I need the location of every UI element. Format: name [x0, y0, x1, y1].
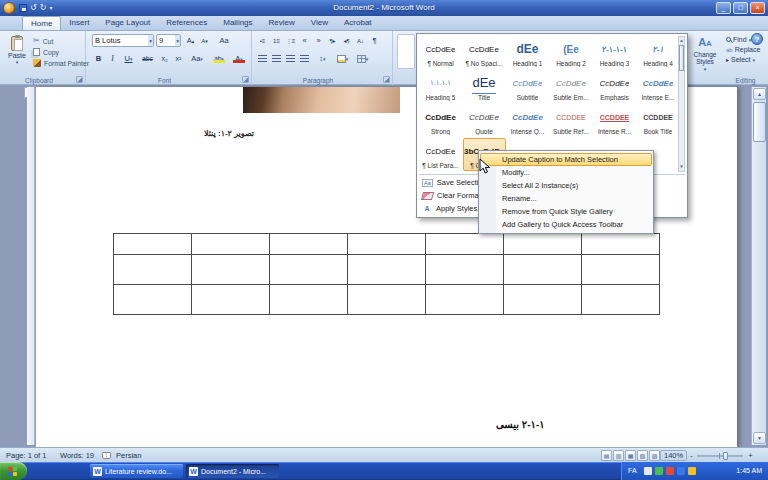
table-cell[interactable]	[503, 255, 581, 284]
strikethrough-button[interactable]: abc	[139, 52, 156, 65]
style-item-intense-q[interactable]: CcDdEeIntense Q...	[506, 104, 549, 137]
zoom-out-button[interactable]: -	[687, 450, 696, 461]
menu-item-update-caption-to-match-selection[interactable]: Update Caption to Match Selection	[480, 153, 652, 166]
menu-item-select-all-2-instance-s[interactable]: Select All 2 Instance(s)	[480, 179, 652, 192]
style-item-heading-4[interactable]: ۲-۱Heading 4	[637, 36, 680, 69]
zoom-in-button[interactable]: +	[746, 450, 755, 461]
italic-button[interactable]: I	[106, 52, 119, 65]
table-cell[interactable]	[503, 234, 581, 254]
gallery-scroll-down-icon[interactable]: ▼	[679, 164, 684, 170]
left-to-right-button[interactable]: ¶▸	[326, 34, 339, 47]
sort-button[interactable]: A↓	[354, 34, 367, 47]
scroll-up-icon[interactable]: ▲	[753, 88, 766, 100]
document-photo[interactable]	[243, 87, 400, 113]
style-item-quote[interactable]: CcDdEeQuote	[463, 104, 506, 137]
font-name-combo[interactable]: B Lotus ▾	[92, 34, 154, 47]
style-item-list-para[interactable]: CcDdEe¶ List Para...	[419, 138, 462, 171]
shield-icon[interactable]	[655, 467, 663, 475]
table-cell[interactable]	[347, 255, 425, 284]
justify-button[interactable]	[298, 52, 311, 65]
tab-acrobat[interactable]: Acrobat	[336, 16, 380, 30]
superscript-button[interactable]: x²	[172, 52, 185, 65]
show-hide-pilcrow-button[interactable]: ¶	[368, 34, 381, 47]
style-item-no-spaci[interactable]: CcDdEe¶ No Spaci...	[463, 36, 506, 69]
tab-insert[interactable]: Insert	[61, 16, 97, 30]
grow-font-button[interactable]: A▴	[184, 34, 197, 47]
word-count[interactable]: Words: 19	[60, 448, 94, 463]
format-painter-button[interactable]: Format Painter	[33, 58, 89, 68]
table-cell[interactable]	[425, 234, 503, 254]
tab-references[interactable]: References	[158, 16, 215, 30]
table-cell[interactable]	[503, 285, 581, 314]
table-cell[interactable]	[581, 285, 659, 314]
line-spacing-button[interactable]: ↕▾	[314, 52, 331, 65]
paragraph-dialog-launcher[interactable]	[383, 76, 390, 83]
table-cell[interactable]	[347, 234, 425, 254]
scrollbar-thumb[interactable]	[753, 102, 766, 142]
style-item-intense-e[interactable]: CcDdEeIntense E...	[637, 70, 680, 103]
style-item-heading-3[interactable]: ۲-۱-۱-۱Heading 3	[593, 36, 636, 69]
vertical-ruler[interactable]	[27, 87, 35, 445]
chevron-down-icon[interactable]: ▾	[175, 35, 180, 46]
right-to-left-button[interactable]: ◂¶	[340, 34, 353, 47]
zoom-slider-thumb[interactable]	[723, 452, 728, 460]
scroll-down-icon[interactable]: ▼	[753, 432, 766, 444]
help-button[interactable]: ?	[751, 33, 763, 45]
font-color-button[interactable]: A▾	[230, 52, 248, 65]
paste-button[interactable]: Paste ▾	[4, 33, 30, 73]
proofing-icon[interactable]	[102, 452, 111, 459]
chevron-down-icon[interactable]: ▾	[148, 35, 153, 46]
style-item-subtle-em[interactable]: CcDdEeSubtle Em...	[550, 70, 593, 103]
minimize-button[interactable]: _	[716, 2, 731, 14]
style-item-subtitle[interactable]: CcDdEeSubtitle	[506, 70, 549, 103]
taskbar-button-document2-micro[interactable]: WDocument2 - Micro...	[186, 464, 279, 478]
align-center-button[interactable]	[270, 52, 283, 65]
style-item-strong[interactable]: CcDdEeStrong	[419, 104, 462, 137]
bullets-button[interactable]: •≡	[256, 34, 269, 47]
network-icon[interactable]	[677, 467, 685, 475]
zoom-slider[interactable]	[697, 455, 743, 457]
table-cell[interactable]	[114, 255, 191, 284]
clipboard-dialog-launcher[interactable]	[76, 76, 83, 83]
decrease-indent-button[interactable]: «	[298, 34, 311, 47]
close-button[interactable]: ×	[750, 2, 765, 14]
shading-button[interactable]: ▾	[334, 52, 351, 65]
multilevel-list-button[interactable]: ⋮≡	[284, 34, 297, 47]
tray-language[interactable]: FA	[628, 462, 637, 480]
shrink-font-button[interactable]: A▾	[198, 34, 211, 47]
start-button[interactable]	[0, 462, 27, 480]
style-item-heading-5[interactable]: ۱.۱.۱.۱Heading 5	[419, 70, 462, 103]
highlight-color-button[interactable]: ab▾	[210, 52, 228, 65]
table-cell[interactable]	[191, 255, 269, 284]
style-item-heading-1[interactable]: dEeHeading 1	[506, 36, 549, 69]
draft-view-button[interactable]: ▨	[649, 450, 660, 461]
increase-indent-button[interactable]: »	[312, 34, 325, 47]
tab-home[interactable]: Home	[22, 16, 61, 30]
print-layout-view-button[interactable]: ▤	[601, 450, 612, 461]
style-item-book-title[interactable]: CCDDEEBook Title	[637, 104, 680, 137]
align-left-button[interactable]	[256, 52, 269, 65]
style-item-heading-2[interactable]: (EeHeading 2	[550, 36, 593, 69]
volume-icon[interactable]	[688, 467, 696, 475]
table-cell[interactable]	[114, 285, 191, 314]
table-cell[interactable]	[269, 285, 347, 314]
menu-item-rename[interactable]: Rename...	[480, 192, 652, 205]
menu-item-add-gallery-to-quick-access-toolbar[interactable]: Add Gallery to Quick Access Toolbar	[480, 218, 652, 231]
web-layout-view-button[interactable]: ▦	[625, 450, 636, 461]
full-screen-reading-view-button[interactable]: ▥	[613, 450, 624, 461]
style-item-intense-r[interactable]: CCDDEEIntense R...	[593, 104, 636, 137]
copy-button[interactable]: Copy	[33, 47, 59, 57]
taskbar-button-literature-review-do[interactable]: WLiterature review.do...	[90, 464, 183, 478]
tab-mailings[interactable]: Mailings	[215, 16, 260, 30]
font-size-combo[interactable]: 9 ▾	[156, 34, 181, 47]
change-case-button[interactable]: Aa▾	[188, 52, 206, 65]
select-button[interactable]: ▸ Select ▾	[726, 55, 755, 64]
gallery-scroll-up-icon[interactable]: ▲	[679, 38, 684, 44]
find-button[interactable]: Find ▾	[726, 35, 751, 44]
table-cell[interactable]	[425, 285, 503, 314]
document-heading[interactable]: ۲-۱-۱ بیسی	[496, 419, 658, 430]
font-dialog-launcher[interactable]	[242, 76, 249, 83]
cut-button[interactable]: ✂ Cut	[33, 36, 53, 46]
tray-app-icon[interactable]	[644, 467, 652, 475]
menu-item-modify[interactable]: Modify...	[480, 166, 652, 179]
